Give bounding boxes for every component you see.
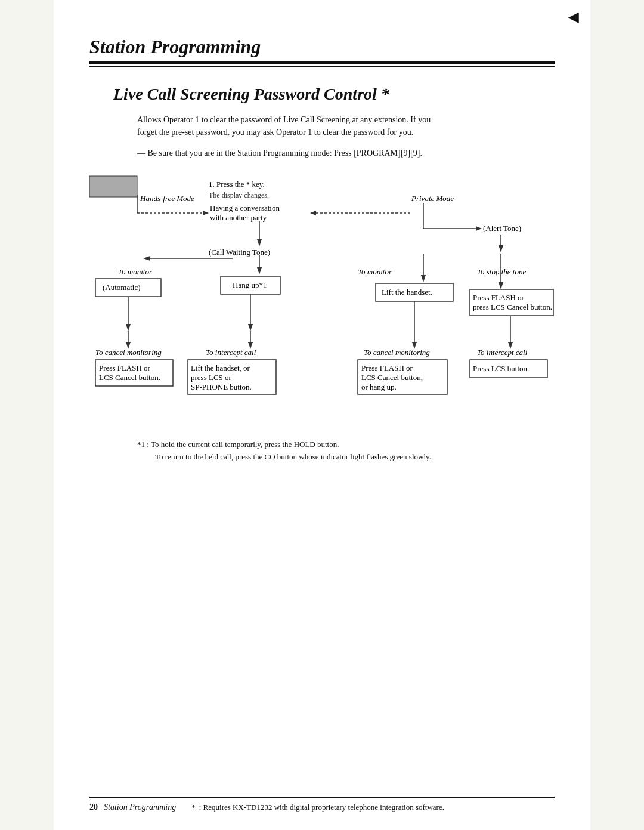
page-title: Station Programming (89, 36, 555, 58)
svg-text:SP-PHONE button.: SP-PHONE button. (191, 382, 252, 391)
svg-text:press LCS or: press LCS or (191, 373, 232, 382)
diagram: Hands-free Mode 1. Press the * key. The … (89, 170, 555, 421)
svg-text:1.  Press the * key.: 1. Press the * key. (209, 180, 265, 189)
svg-text:Press FLASH or: Press FLASH or (361, 363, 413, 372)
svg-rect-0 (89, 176, 137, 197)
svg-text:Lift the handset, or: Lift the handset, or (191, 363, 250, 372)
svg-text:Lift the handset.: Lift the handset. (382, 288, 432, 297)
svg-text:To stop the tone: To stop the tone (477, 267, 526, 276)
svg-text:Press FLASH or: Press FLASH or (99, 363, 151, 372)
svg-text:To cancel monitoring: To cancel monitoring (95, 348, 162, 357)
svg-text:Hands-free Mode: Hands-free Mode (140, 194, 194, 203)
corner-mark: ◀ (568, 10, 578, 25)
footnote: *1 : To hold the current call temporaril… (137, 439, 555, 464)
svg-marker-29 (126, 324, 131, 331)
svg-text:The display changes.: The display changes. (209, 191, 269, 199)
svg-text:LCS Cancel button.: LCS Cancel button. (99, 373, 160, 382)
footer-note: : Requires KX-TD1232 with digital propri… (199, 803, 444, 812)
svg-marker-33 (248, 324, 253, 331)
svg-marker-14 (476, 226, 482, 231)
svg-text:To intercept call: To intercept call (477, 348, 528, 357)
svg-text:(Automatic): (Automatic) (103, 283, 141, 292)
svg-marker-11 (310, 211, 316, 215)
svg-text:Press LCS button.: Press LCS button. (473, 364, 529, 373)
svg-marker-36 (421, 275, 426, 282)
footer: 20 Station Programming * : Requires KX-T… (89, 797, 555, 812)
footer-asterisk: * (191, 803, 196, 812)
svg-text:Private Mode: Private Mode (411, 194, 454, 203)
svg-text:LCS Cancel button,: LCS Cancel button, (361, 373, 423, 382)
svg-marker-24 (143, 256, 150, 261)
svg-text:To cancel monitoring: To cancel monitoring (364, 348, 430, 357)
svg-text:(Call Waiting Tone): (Call Waiting Tone) (209, 248, 270, 257)
svg-text:Press FLASH or: Press FLASH or (473, 293, 525, 302)
svg-marker-6 (203, 211, 209, 215)
note-line: — Be sure that you are in the Station Pr… (137, 147, 555, 159)
svg-text:(Alert Tone): (Alert Tone) (483, 224, 521, 233)
description: Allows Operator 1 to clear the password … (137, 113, 555, 138)
svg-marker-22 (257, 267, 262, 274)
header-rule-thin (89, 66, 555, 67)
svg-text:To monitor: To monitor (358, 267, 392, 276)
svg-marker-41 (499, 282, 503, 289)
footer-title: Station Programming (104, 803, 176, 812)
svg-text:To intercept call: To intercept call (206, 348, 256, 357)
svg-text:with another party: with another party (210, 213, 267, 222)
diagram-svg: Hands-free Mode 1. Press the * key. The … (89, 170, 555, 421)
svg-marker-17 (257, 239, 262, 246)
section-title: Live Call Screening Password Control * (113, 85, 555, 104)
footer-page: 20 (89, 803, 98, 812)
svg-text:Having a conversation: Having a conversation (210, 203, 280, 212)
header-rule-thick (89, 61, 555, 64)
svg-marker-20 (499, 245, 503, 252)
svg-text:or hang up.: or hang up. (361, 382, 397, 391)
svg-text:To monitor: To monitor (118, 267, 153, 276)
svg-text:press LCS Cancel button.: press LCS Cancel button. (473, 303, 552, 311)
svg-text:Hang up*1: Hang up*1 (233, 280, 267, 289)
